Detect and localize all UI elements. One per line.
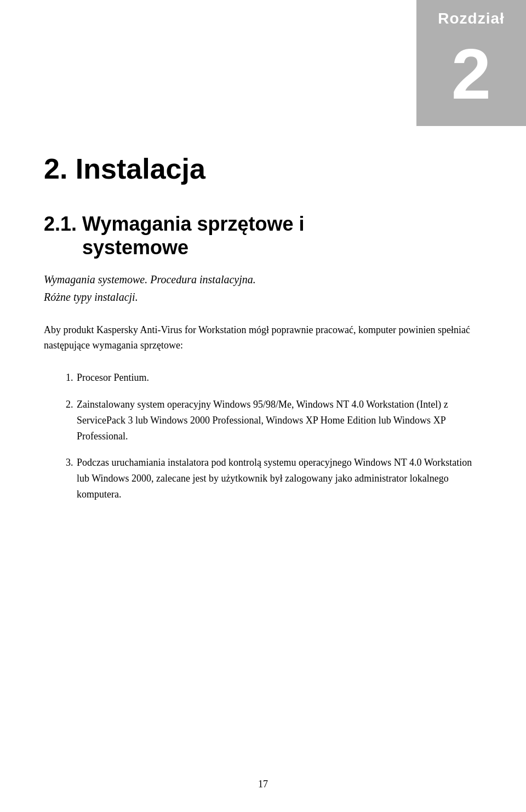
numbered-list: 1. Procesor Pentium. 2. Zainstalowany sy… [44,370,482,502]
chapter-label-box: Rozdział [416,0,526,33]
page-container: Rozdział 2 2. Instalacja 2.1. Wymagania … [0,0,526,812]
chapter-header: Rozdział 2 [351,0,526,126]
section-number: 2.1. [44,213,77,235]
subtitle-item-2: Różne typy instalacji. [44,288,482,306]
page-footer: 17 [0,779,526,790]
subtitle-item-1: Wymagania systemowe. Procedura instalacy… [44,271,482,288]
list-item-1: 1. Procesor Pentium. [44,370,482,386]
section-title-text: Wymagania sprzętowe i systemowe [44,213,305,259]
item-number-1: 1. [44,370,77,386]
item-number-3: 3. [44,455,77,502]
list-item-2: 2. Zainstalowany system operacyjny Windo… [44,397,482,444]
list-item-3: 3. Podczas uruchamiania instalatora pod … [44,455,482,502]
chapter-label: Rozdział [438,10,505,27]
item-content-2: Zainstalowany system operacyjny Windows … [77,397,482,444]
section-title: 2.1. Wymagania sprzętowe i systemowe [44,212,482,259]
intro-paragraph: Aby produkt Kaspersky Anti-Virus for Wor… [44,322,482,354]
item-number-2: 2. [44,397,77,444]
chapter-title: 2. Instalacja [44,153,482,185]
chapter-number: 2 [451,34,491,114]
item-content-1: Procesor Pentium. [77,370,482,386]
page-number: 17 [258,779,268,790]
item-content-3: Podczas uruchamiania instalatora pod kon… [77,455,482,502]
subtitle-list: Wymagania systemowe. Procedura instalacy… [44,271,482,306]
chapter-number-box: 2 [416,33,526,126]
